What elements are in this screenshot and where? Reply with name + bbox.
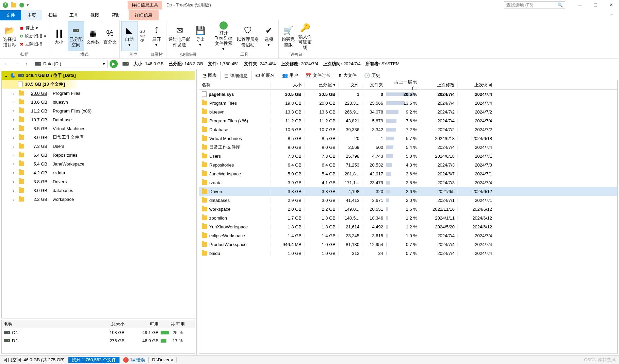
grid-row[interactable]: workspace2.0 GB2.2 GB149,0...20,5511.5 %… — [199, 205, 617, 213]
go-button[interactable]: ▶ — [110, 60, 118, 68]
unit-mb[interactable]: MB — [140, 34, 145, 38]
collapse-ribbon-icon[interactable]: ⌃ — [606, 10, 619, 20]
grid-row[interactable]: JaneWorkspace5.0 GB5.4 GB281,8...42,0173… — [199, 169, 617, 178]
tree-row[interactable]: ›8.0 GB日常工作文件库 — [2, 133, 195, 142]
expand-icon[interactable]: › — [11, 161, 16, 167]
grid-row[interactable]: YunXiaoWorkspace1.8 GB1.8 GB21,6144,4921… — [199, 222, 617, 231]
qat-dropdown-icon[interactable]: ▾ — [27, 2, 29, 7]
tree-row[interactable]: ›8.5 GBVirtual Machines — [2, 124, 195, 133]
stop-button[interactable]: ⏹停止 ▾ — [18, 24, 48, 32]
expand-button[interactable]: ⤴展开▾ — [148, 21, 165, 51]
grid-row[interactable]: Drivers3.8 GB3.8 GB4,1983202.6 %2021/6/5… — [199, 187, 617, 196]
grid-row[interactable]: Program Files (x86)11.2 GB11.2 GB43,8215… — [199, 116, 617, 125]
run-as-admin-button[interactable]: 🛡以管理员身份启动 — [236, 21, 260, 51]
unit-kb[interactable]: KB — [140, 39, 145, 43]
grid-row[interactable]: zoomlion1.7 GB1.8 GB140,5...18,3461.2 %2… — [199, 213, 617, 222]
export-button[interactable]: 💾导出▾ — [192, 21, 209, 51]
tab-users[interactable]: 👥用户 — [278, 71, 302, 80]
tree-root[interactable]: ⌄148.4 GB D:\ 位于 [Data] — [2, 71, 195, 80]
expand-icon[interactable]: › — [11, 126, 16, 131]
grid-row[interactable]: 日常工作文件库8.0 GB8.0 GB2,5695005.4 %2024/7/4… — [199, 143, 617, 152]
options-button[interactable]: ✔选项▾ — [261, 21, 277, 51]
grid-row[interactable]: pagefile.sys30.5 GB30.5 GB1020.6 %2024/7… — [199, 90, 617, 99]
close-button[interactable]: ✕ — [603, 0, 619, 10]
expand-icon[interactable]: › — [11, 179, 16, 184]
expand-icon[interactable]: › — [11, 117, 16, 122]
expand-icon[interactable]: › — [11, 144, 16, 149]
select-target-button[interactable]: 📂选择扫描目标 — [1, 21, 18, 51]
tab-extensions[interactable]: 🏷扩展名 — [251, 71, 278, 80]
grid-row[interactable]: baidu1.0 GB1.0 GB312340.7 %2024/7/42024/… — [199, 249, 617, 258]
expand-icon[interactable]: › — [11, 170, 16, 175]
menu-tools[interactable]: 工具 — [63, 10, 84, 20]
details-grid[interactable]: 名称 大小 已分配 ▾ 文件 文件夹 占上一层 % (... 上次修改 上次访问… — [199, 80, 618, 354]
grid-row[interactable]: databases2.9 GB3.0 GB41,4133,6712.0 %202… — [199, 196, 617, 205]
drive-row[interactable]: D:\275 GB46.0 GB17 % — [2, 336, 195, 345]
expand-icon[interactable]: › — [11, 197, 16, 202]
expand-icon[interactable]: › — [11, 91, 16, 96]
grid-header[interactable]: 名称 大小 已分配 ▾ 文件 文件夹 占上一层 % (... 上次修改 上次访问 — [199, 80, 617, 90]
tree-row[interactable]: ›6.4 GBRepositories — [2, 151, 195, 159]
grid-row[interactable]: eclipseWorkspace1.4 GB1.4 GB23,2453,6151… — [199, 231, 617, 240]
tree-row[interactable]: ›3.0 GBdatabases — [2, 186, 195, 195]
tree-row[interactable]: ›11.2 GBProgram Files (x86) — [2, 106, 195, 115]
tree-row[interactable]: ›5.4 GBJaneWorkspace — [2, 159, 195, 168]
tree-row[interactable]: ›20.0 GBProgram Files — [2, 89, 195, 98]
mode-percent-button[interactable]: %百分比 — [102, 21, 118, 51]
menu-scan[interactable]: 扫描 — [42, 10, 63, 20]
expand-icon[interactable]: › — [11, 188, 16, 193]
search-options-input[interactable]: 查找选项 (F6) 🔍 — [504, 1, 565, 9]
tree-row[interactable]: ›13.6 GBbluesvn — [2, 98, 195, 106]
nav-back-button[interactable]: ← — [2, 60, 10, 68]
path-combo[interactable]: Data (D:)▾ — [33, 60, 108, 68]
qat-refresh-icon[interactable] — [18, 2, 25, 8]
qat-new-scan-icon[interactable] — [10, 2, 17, 8]
remove-scan-button[interactable]: ✖去除扫描 — [18, 40, 48, 48]
tab-top-files[interactable]: ⬆大文件 — [334, 71, 360, 80]
license-key-button[interactable]: 🔑输入许可证密钥 — [297, 21, 313, 51]
menu-view[interactable]: 视图 — [84, 10, 105, 20]
maximize-button[interactable]: ☐ — [588, 0, 603, 10]
menu-help[interactable]: 帮助 — [105, 10, 127, 20]
refresh-scan-button[interactable]: ↻刷新扫描 ▾ — [18, 32, 48, 40]
expand-icon[interactable]: › — [11, 108, 16, 114]
tree-row[interactable]: ›3.8 GBDrivers — [2, 177, 195, 186]
email-button[interactable]: ✉通过电子邮件发送 — [168, 21, 192, 51]
minimize-button[interactable]: ─ — [572, 0, 588, 10]
menu-home[interactable]: 主页 — [21, 10, 42, 20]
buy-button[interactable]: 🛒购买完整版 — [280, 21, 296, 51]
drive-row[interactable]: C:\198 GB49.1 GB25 % — [2, 328, 195, 336]
tab-ages[interactable]: 📅文件时长 — [302, 71, 334, 80]
expand-icon[interactable]: › — [11, 135, 16, 140]
tab-history[interactable]: 🕑历史 — [360, 71, 384, 80]
unit-gb[interactable]: GB — [140, 29, 145, 33]
grid-row[interactable]: Users7.3 GB7.3 GB25,7984,7435.0 %2024/6/… — [199, 152, 617, 160]
tree-row[interactable]: ›10.7 GBDatabase — [2, 115, 195, 124]
tree-row[interactable]: ›4.2 GBrzdata — [2, 168, 195, 177]
tab-details[interactable]: ☰详细信息 — [221, 71, 251, 80]
grid-row[interactable]: rzdata3.9 GB4.1 GB171,1...23,4792.8 %202… — [199, 178, 617, 187]
nav-up-button[interactable]: ↑ — [22, 60, 31, 68]
mode-files-button[interactable]: ▦文件数 — [85, 21, 101, 51]
grid-row[interactable]: bluesvn13.3 GB13.6 GB266,9...34,0789.2 %… — [199, 107, 617, 116]
menu-details[interactable]: 详细信息 — [129, 10, 159, 20]
tree-row[interactable]: ›7.3 GBUsers — [2, 142, 195, 151]
nav-forward-button[interactable]: → — [12, 60, 20, 68]
grid-row[interactable]: Database10.6 GB10.7 GB39,3363,3427.2 %20… — [199, 125, 617, 134]
tree-row[interactable]: ›2.2 GBworkspace — [2, 195, 195, 204]
unit-auto-button[interactable]: ◣自动▾ — [121, 21, 137, 51]
tab-chart[interactable]: ◔图表 — [199, 71, 221, 80]
mode-allocated-button[interactable]: 已分配空间 — [68, 21, 84, 51]
grid-row[interactable]: Program Files19.8 GB20.0 GB223,3...25,56… — [199, 99, 617, 107]
grid-row[interactable]: Virtual Machines8.5 GB8.5 GB2015.7 %2024… — [199, 134, 617, 143]
menu-file[interactable]: 文件 — [0, 10, 21, 20]
grid-row[interactable]: Repositories6.4 GB6.4 GB71,25320,5324.3 … — [199, 160, 617, 169]
expand-icon[interactable]: › — [11, 153, 16, 158]
open-filesearch-button[interactable]: 打开 TreeSize 文件搜索▾ — [212, 21, 235, 51]
mode-size-button[interactable]: ∥∥大小 — [51, 21, 67, 51]
folder-tree[interactable]: ⌄148.4 GB D:\ 位于 [Data] 30.5 GB [13 个文件]… — [1, 71, 195, 318]
grid-row[interactable]: ProductWorkspace946.4 MB1.0 GB81,13012,9… — [199, 240, 617, 249]
tree-files-summary[interactable]: 30.5 GB [13 个文件] — [2, 80, 195, 89]
expand-icon[interactable]: › — [11, 100, 16, 105]
status-errors[interactable]: !14 错误 — [120, 357, 149, 363]
